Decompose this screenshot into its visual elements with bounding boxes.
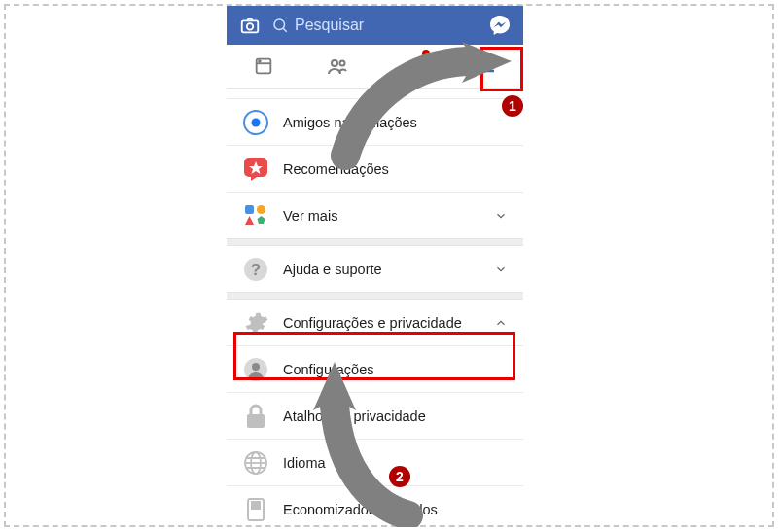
svg-text:?: ? <box>251 261 261 279</box>
menu-panel: Amigos nas ediações Recomendações <box>227 89 523 525</box>
menu-label: Configurações e privacidade <box>283 315 462 331</box>
svg-point-6 <box>332 60 337 66</box>
menu-label: Economizador de Dados <box>283 502 438 517</box>
nav-tabs <box>227 45 523 89</box>
chevron-down-icon <box>494 209 508 223</box>
menu-item-config-privacidade[interactable]: Configurações e privacidade <box>227 300 523 345</box>
svg-point-17 <box>257 205 265 214</box>
svg-rect-23 <box>247 414 265 428</box>
phone-screen: Pesquisar <box>227 6 523 525</box>
facebook-topbar: Pesquisar <box>227 6 523 45</box>
menu-label: Idioma <box>283 455 326 471</box>
camera-icon[interactable] <box>236 12 264 39</box>
menu-item-ver-mais[interactable]: Ver mais <box>227 192 523 238</box>
profile-settings-icon <box>242 356 269 383</box>
chevron-down-icon <box>494 263 508 276</box>
help-icon: ? <box>242 256 269 283</box>
svg-rect-29 <box>252 502 260 504</box>
search-field[interactable]: Pesquisar <box>271 17 478 34</box>
tab-notifications[interactable] <box>387 45 438 88</box>
search-icon <box>271 17 289 34</box>
svg-point-12 <box>252 118 261 126</box>
messenger-icon[interactable] <box>486 12 513 39</box>
menu-item-configuracoes[interactable]: Configurações <box>227 345 523 392</box>
svg-rect-28 <box>252 505 260 509</box>
see-more-icon <box>242 202 269 230</box>
notification-dot <box>422 50 430 57</box>
svg-point-1 <box>247 23 253 29</box>
search-placeholder: Pesquisar <box>295 17 364 34</box>
menu-label: Atalhos de privacidade <box>283 408 426 424</box>
menu-item-ajuda-suporte[interactable]: ? Ajuda e suporte <box>227 246 523 292</box>
svg-point-5 <box>259 60 261 62</box>
tab-friends[interactable] <box>312 45 363 88</box>
tab-menu[interactable] <box>461 45 512 88</box>
globe-icon <box>242 449 269 477</box>
menu-label: Amigos nas ediações <box>283 115 417 130</box>
menu-label: Configurações <box>283 362 374 377</box>
svg-marker-18 <box>245 216 254 225</box>
menu-label: Ver mais <box>283 208 337 224</box>
gear-icon <box>242 309 269 337</box>
menu-item-amigos[interactable]: Amigos nas ediações <box>227 98 523 145</box>
menu-item-recomendacoes[interactable]: Recomendações <box>227 145 523 192</box>
svg-point-7 <box>340 61 345 66</box>
tab-feed[interactable] <box>238 45 289 88</box>
menu-label: Recomendações <box>283 161 389 177</box>
lock-icon <box>242 403 269 430</box>
menu-item-economizador[interactable]: Economizador de Dados <box>227 485 523 525</box>
recommendations-icon <box>242 156 269 183</box>
chevron-up-icon <box>494 316 508 330</box>
menu-item-atalhos-privacidade[interactable]: Atalhos de privacidade <box>227 392 523 439</box>
friends-nearby-icon <box>242 109 269 136</box>
svg-point-2 <box>274 19 285 30</box>
svg-rect-0 <box>242 20 259 32</box>
hamburger-icon <box>475 54 498 78</box>
menu-label: Ajuda e suporte <box>283 262 382 277</box>
svg-point-22 <box>252 363 260 371</box>
data-saver-icon <box>242 496 269 523</box>
svg-marker-14 <box>251 177 257 181</box>
menu-item-idioma[interactable]: Idioma <box>227 439 523 485</box>
svg-rect-16 <box>245 205 254 214</box>
